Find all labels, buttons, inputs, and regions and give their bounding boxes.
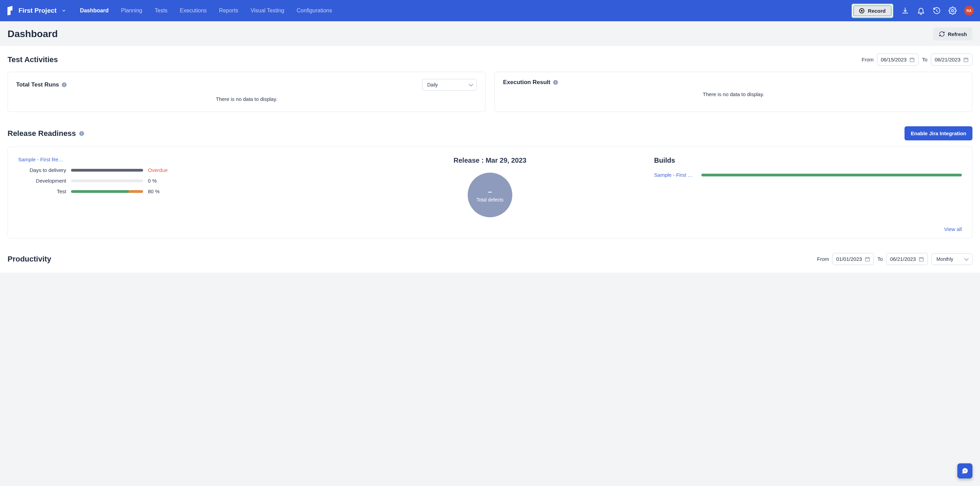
- metric-bar: [71, 190, 143, 193]
- total-test-runs-card: Total Test Runs i Daily There is no data…: [8, 72, 485, 112]
- project-switcher[interactable]: First Project: [6, 6, 66, 16]
- gear-icon[interactable]: [948, 6, 957, 15]
- refresh-label: Refresh: [948, 31, 967, 37]
- build-bar: [702, 174, 962, 177]
- bar-fill-orange: [129, 190, 143, 193]
- to-date-input[interactable]: 06/21/2023: [931, 54, 972, 65]
- runs-no-data: There is no data to display.: [16, 94, 477, 102]
- refresh-icon: [939, 31, 945, 37]
- metric-label: Development: [18, 178, 66, 183]
- project-name: First Project: [19, 7, 57, 14]
- record-button-wrap: Record: [851, 3, 894, 18]
- to-date-value: 06/21/2023: [935, 57, 961, 62]
- nav-tests[interactable]: Tests: [155, 8, 167, 14]
- info-icon[interactable]: i: [553, 80, 558, 85]
- release-readiness-header: Release Readiness i Enable Jira Integrat…: [8, 126, 972, 140]
- content: Test Activities From 06/15/2023 To 06/21…: [0, 46, 980, 272]
- calendar-icon: [919, 257, 924, 262]
- total-test-runs-title-text: Total Test Runs: [16, 81, 59, 88]
- total-test-runs-title: Total Test Runs i: [16, 81, 67, 88]
- release-date-title: Release : Mar 29, 2023: [336, 156, 644, 164]
- defects-label: Total defects: [477, 197, 504, 202]
- builds-col: Builds Sample - First …: [654, 156, 962, 178]
- from-date-input[interactable]: 06/15/2023: [877, 54, 919, 65]
- from-label: From: [862, 57, 873, 62]
- page-title: Dashboard: [8, 29, 58, 40]
- release-readiness-card: Sample - First Re… Days to delivery Over…: [8, 147, 972, 239]
- from-label: From: [817, 256, 829, 262]
- build-row: Sample - First …: [654, 172, 962, 178]
- prod-from-value: 01/01/2023: [836, 256, 862, 262]
- interval-select[interactable]: Daily: [422, 79, 477, 91]
- nav-links: Dashboard Planning Tests Executions Repo…: [80, 8, 851, 14]
- release-sample-link[interactable]: Sample - First Re…: [18, 156, 64, 163]
- nav-configurations[interactable]: Configurations: [297, 8, 332, 14]
- calendar-icon: [865, 257, 870, 262]
- test-activities-cards: Total Test Runs i Daily There is no data…: [8, 72, 972, 112]
- metric-label: Days to delivery: [18, 167, 66, 173]
- svg-point-0: [951, 10, 954, 12]
- prod-interval-value: Monthly: [936, 257, 953, 262]
- svg-rect-2: [964, 58, 968, 62]
- metric-bar: [71, 169, 143, 172]
- nav-visual-testing[interactable]: Visual Testing: [250, 8, 284, 14]
- topnav-right: Record RA: [851, 3, 974, 18]
- bar-fill-green: [71, 190, 129, 193]
- nav-reports[interactable]: Reports: [219, 8, 238, 14]
- avatar[interactable]: RA: [964, 6, 974, 16]
- top-nav: First Project Dashboard Planning Tests E…: [0, 0, 980, 21]
- nav-executions[interactable]: Executions: [180, 8, 207, 14]
- metric-development: Development 0 %: [18, 178, 326, 183]
- download-icon[interactable]: [901, 6, 909, 15]
- test-activities-daterange: From 06/15/2023 To 06/21/2023: [862, 54, 972, 65]
- nav-dashboard[interactable]: Dashboard: [80, 8, 109, 14]
- calendar-icon: [909, 57, 915, 62]
- productivity-header: Productivity From 01/01/2023 To 06/21/20…: [8, 253, 972, 265]
- release-readiness-title-text: Release Readiness: [8, 129, 76, 138]
- app-logo-icon: [6, 6, 14, 16]
- build-link[interactable]: Sample - First …: [654, 172, 695, 178]
- record-label: Record: [868, 8, 886, 14]
- release-metrics-col: Sample - First Re… Days to delivery Over…: [18, 156, 326, 199]
- metric-value: Overdue: [148, 167, 172, 173]
- exec-no-data: There is no data to display.: [503, 89, 964, 97]
- svg-rect-1: [910, 58, 914, 62]
- enable-jira-button[interactable]: Enable Jira Integration: [905, 126, 972, 140]
- view-all-wrap: View all: [18, 226, 962, 232]
- test-activities-title: Test Activities: [8, 55, 58, 64]
- bar-fill-gray: [71, 169, 143, 172]
- to-label: To: [877, 256, 883, 262]
- execution-result-card: Execution Result i There is no data to d…: [495, 72, 972, 112]
- prod-from-date-input[interactable]: 01/01/2023: [832, 253, 874, 265]
- defects-donut: – Total defects: [468, 173, 512, 217]
- nav-planning[interactable]: Planning: [121, 8, 142, 14]
- metric-label: Test: [18, 188, 66, 194]
- info-icon[interactable]: i: [62, 82, 67, 87]
- release-defects-col: Release : Mar 29, 2023 – Total defects: [336, 156, 644, 217]
- interval-value: Daily: [427, 82, 438, 88]
- view-all-link[interactable]: View all: [944, 226, 962, 232]
- chevron-down-icon: [61, 8, 66, 13]
- productivity-controls: From 01/01/2023 To 06/21/2023 Monthly: [817, 253, 972, 265]
- info-icon[interactable]: i: [79, 131, 84, 136]
- metric-days-delivery: Days to delivery Overdue: [18, 167, 326, 173]
- refresh-button[interactable]: Refresh: [933, 27, 972, 40]
- calendar-icon: [963, 57, 969, 62]
- prod-interval-select[interactable]: Monthly: [931, 253, 972, 265]
- release-readiness-title: Release Readiness i: [8, 129, 84, 138]
- svg-rect-3: [865, 257, 870, 261]
- prod-to-date-input[interactable]: 06/21/2023: [886, 253, 928, 265]
- record-button[interactable]: Record: [853, 5, 891, 16]
- history-icon[interactable]: [933, 6, 941, 15]
- prod-to-value: 06/21/2023: [890, 256, 916, 262]
- svg-rect-4: [919, 257, 923, 261]
- record-icon: [859, 8, 864, 13]
- to-label: To: [922, 57, 928, 62]
- bell-icon[interactable]: [917, 6, 925, 15]
- page-header: Dashboard Refresh: [0, 21, 980, 46]
- from-date-value: 06/15/2023: [881, 57, 907, 62]
- builds-title: Builds: [654, 156, 962, 164]
- metric-value: 0 %: [148, 178, 172, 183]
- productivity-title: Productivity: [8, 255, 51, 264]
- defects-value: –: [488, 187, 492, 196]
